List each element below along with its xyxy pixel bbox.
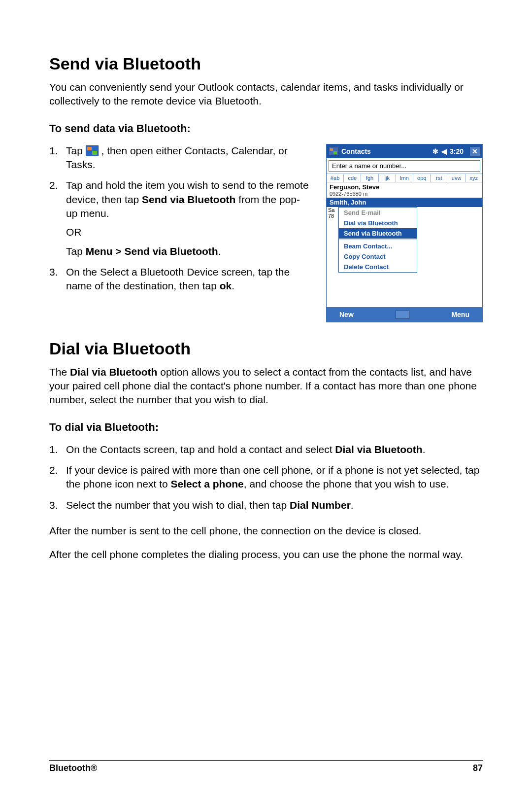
dial-after-1: After the number is sent to the cell pho… (49, 524, 483, 538)
dial-step2-bold: Select a phone (171, 478, 244, 489)
dial-step3-bold: Dial Number (290, 499, 351, 511)
menu-item-beam-contact[interactable]: Beam Contact... (339, 241, 417, 251)
alpha-index[interactable]: #ab cde fgh ijk lmn opq rst uvw xyz (327, 174, 482, 182)
alpha-tab[interactable]: opq (413, 174, 431, 182)
intro-dial-bold: Dial via Bluetooth (70, 366, 157, 378)
menu-separator (339, 240, 417, 240)
dial-step-1: On the Contacts screen, tap and hold a c… (66, 443, 483, 456)
alpha-tab[interactable]: uvw (448, 174, 466, 182)
step3-bold: ok (220, 280, 232, 291)
softkey-new[interactable]: New (339, 311, 354, 318)
start-icon[interactable] (329, 147, 338, 156)
steps-dial: On the Contacts screen, tap and hold a c… (49, 443, 483, 512)
alpha-tab[interactable]: rst (431, 174, 448, 182)
menu-item-send-bluetooth[interactable]: Send via Bluetooth (339, 228, 417, 239)
step3-text-b: . (232, 280, 234, 291)
dial-step-2: If your device is paired with more than … (66, 463, 483, 491)
clock: 3:20 (450, 147, 464, 155)
dial-step3-a: Select the number that you wish to dial,… (66, 499, 290, 511)
menu-item-delete-contact[interactable]: Delete Contact (339, 262, 417, 272)
keyboard-icon[interactable] (396, 310, 409, 319)
step2-text-d: . (218, 245, 221, 257)
footer-page-number: 87 (473, 763, 483, 773)
screenshot-blank-area (327, 273, 482, 307)
speaker-icon: ◀ (441, 147, 447, 155)
contact-name: Ferguson, Steve (330, 183, 479, 191)
start-icon (86, 145, 99, 156)
dial-step3-b: . (351, 499, 354, 511)
search-input[interactable]: Enter a name or number... (329, 160, 480, 172)
section-intro-send: You can conveniently send your Outlook c… (49, 80, 483, 108)
alpha-tab[interactable]: fgh (361, 174, 378, 182)
dial-after-2: After the cell phone completes the diali… (49, 548, 483, 561)
alpha-tab[interactable]: xyz (466, 174, 482, 182)
screenshot-bottom-bar: New Menu (327, 307, 482, 322)
menu-item-copy-contact[interactable]: Copy Contact (339, 251, 417, 262)
step-1: Tap , then open either Contacts, Calenda… (66, 144, 311, 172)
context-menu: Send E-mail Dial via Bluetooth Send via … (338, 207, 417, 273)
dial-step1-bold: Dial via Bluetooth (335, 444, 422, 455)
screenshot-titlebar: Contacts ✻ ◀ 3:20 ✕ (327, 144, 482, 158)
contact-number: 0922-765680 m (330, 191, 479, 197)
screenshot-contacts: Contacts ✻ ◀ 3:20 ✕ Enter a name or numb… (326, 144, 483, 322)
close-icon[interactable]: ✕ (469, 146, 480, 156)
dial-step1-b: . (423, 444, 426, 455)
menu-item-dial-bluetooth[interactable]: Dial via Bluetooth (339, 218, 417, 228)
dial-step-3: Select the number that you wish to dial,… (66, 498, 483, 512)
steps-send: Tap , then open either Contacts, Calenda… (49, 144, 311, 293)
section-heading-dial: Dial via Bluetooth (49, 339, 483, 358)
dial-step2-b: , and choose the phone that you wish to … (244, 478, 449, 489)
step1-text-b: , then open either Contacts, Calendar, o… (66, 145, 288, 170)
step2-or: OR (66, 225, 311, 239)
alpha-tab[interactable]: lmn (396, 174, 413, 182)
contact-row-selected[interactable]: Smith, John (327, 198, 482, 207)
section-heading-send: Send via Bluetooth (49, 54, 483, 73)
clipped-row: Sa 78 (327, 207, 338, 273)
footer-chapter: Bluetooth® (49, 763, 97, 773)
screenshot-title: Contacts (341, 147, 430, 155)
alpha-tab[interactable]: ijk (379, 174, 396, 182)
contact-row[interactable]: Ferguson, Steve 0922-765680 m (327, 182, 482, 198)
dial-step1-a: On the Contacts screen, tap and hold a c… (66, 444, 335, 455)
menu-item-send-email[interactable]: Send E-mail (339, 208, 417, 218)
alpha-tab[interactable]: #ab (327, 174, 344, 182)
intro-dial-a: The (49, 366, 70, 378)
contact-name: Smith, John (330, 199, 479, 206)
clipped-text: Sa (328, 207, 338, 213)
footer-rule (49, 760, 483, 761)
subheading-send: To send data via Bluetooth: (49, 122, 483, 135)
step-2: Tap and hold the item you wish to send t… (66, 178, 311, 258)
subheading-dial: To dial via Bluetooth: (49, 421, 483, 434)
step2-text-c: Tap (66, 245, 86, 257)
step2-bold2: Menu > Send via Bluetooth (86, 245, 218, 257)
step3-text-a: On the Select a Bluetooth Device screen,… (66, 266, 290, 291)
bluetooth-icon: ✻ (432, 147, 438, 155)
step1-text-a: Tap (66, 145, 86, 156)
clipped-text: 78 (328, 213, 338, 219)
alpha-tab[interactable]: cde (344, 174, 361, 182)
step2-bold1: Send via Bluetooth (142, 194, 235, 205)
step-3: On the Select a Bluetooth Device screen,… (66, 265, 311, 293)
softkey-menu[interactable]: Menu (451, 311, 469, 318)
section-intro-dial: The Dial via Bluetooth option allows you… (49, 365, 483, 407)
